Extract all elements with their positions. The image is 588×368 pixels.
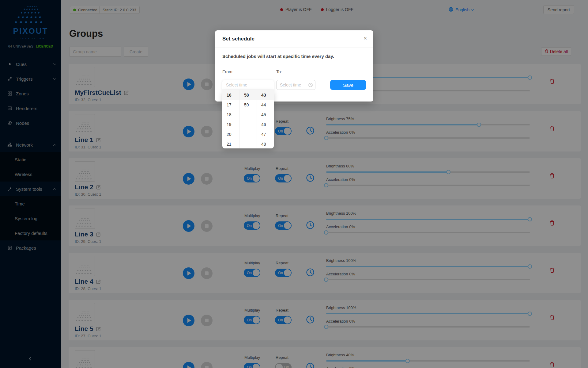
- time-cell-hours[interactable]: 19: [222, 120, 239, 129]
- time-cell-minutes[interactable]: 58: [240, 90, 257, 100]
- set-schedule-modal: Set schedule ✕ Scheduled jobs will start…: [215, 30, 373, 102]
- close-icon[interactable]: ✕: [363, 36, 367, 41]
- from-label: From:: [222, 69, 234, 74]
- hours-column: 161718192021: [222, 90, 239, 148]
- modal-message: Scheduled jobs will start at specific ti…: [222, 54, 334, 59]
- modal-title: Set schedule: [222, 36, 254, 42]
- time-cell-hours[interactable]: 18: [222, 110, 239, 120]
- clock-icon: [308, 82, 313, 87]
- time-cell-seconds[interactable]: 45: [257, 110, 274, 120]
- time-cell-hours[interactable]: 21: [222, 139, 239, 148]
- to-label: To:: [276, 69, 282, 74]
- time-cell-seconds[interactable]: 44: [257, 100, 274, 110]
- minutes-column: 5859: [239, 90, 257, 148]
- time-cell-seconds[interactable]: 43: [257, 90, 274, 100]
- time-cell-hours[interactable]: 16: [222, 90, 239, 100]
- save-button[interactable]: Save: [330, 80, 366, 90]
- time-picker-dropdown: 161718192021 5859 434445464748: [222, 90, 274, 148]
- seconds-column: 434445464748: [257, 90, 274, 148]
- time-cell-hours[interactable]: 20: [222, 129, 239, 139]
- time-cell-seconds[interactable]: 46: [257, 120, 274, 129]
- modal-header: Set schedule ✕: [215, 30, 373, 48]
- time-cell-hours[interactable]: 17: [222, 100, 239, 110]
- app-root: PIXOUT CONTROLLER 64 UNIVERSES LICENCED …: [0, 0, 588, 368]
- time-cell-seconds[interactable]: 47: [257, 129, 274, 139]
- time-cell-minutes[interactable]: 59: [240, 100, 257, 110]
- from-time-input[interactable]: [222, 80, 274, 90]
- time-cell-seconds[interactable]: 48: [257, 139, 274, 148]
